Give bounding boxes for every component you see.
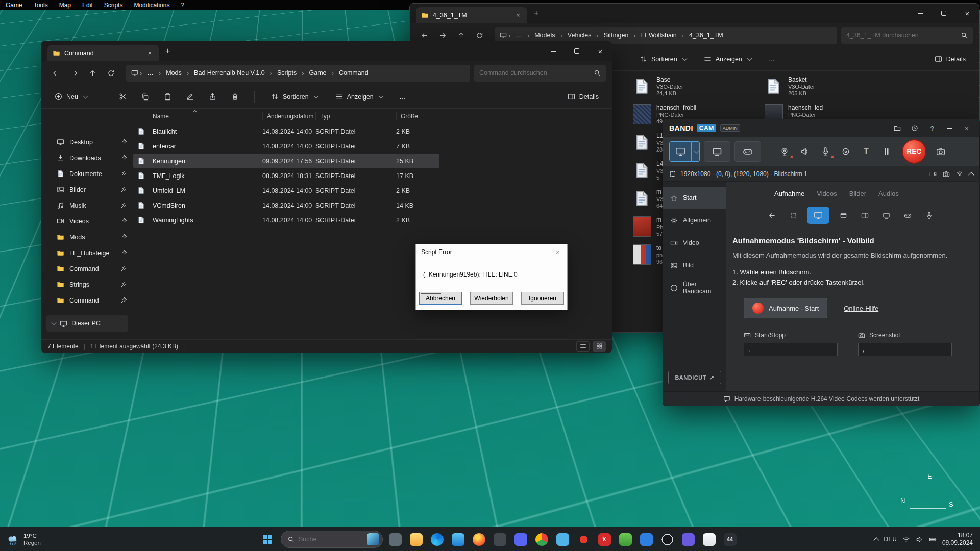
taskbar-app-file-explorer[interactable] <box>407 531 425 548</box>
paste-button[interactable] <box>158 88 178 106</box>
video-icon[interactable] <box>929 170 937 178</box>
new-button[interactable]: Neu <box>47 88 94 106</box>
tab-aufnahme[interactable]: Aufnahme <box>774 190 804 197</box>
abbrechen-button[interactable]: Abbrechen <box>419 292 462 305</box>
minimize-button[interactable] <box>542 41 565 61</box>
camera-icon[interactable] <box>943 170 950 178</box>
column-header-type[interactable]: Typ <box>315 112 396 120</box>
screenshot-button[interactable] <box>934 144 948 159</box>
nav-bild[interactable]: Bild <box>663 254 726 277</box>
rec-button[interactable]: REC <box>902 139 926 164</box>
mode-window-icon[interactable] <box>836 209 851 222</box>
sidebar-item-dokumente[interactable]: Dokumente <box>41 166 133 182</box>
rename-button[interactable] <box>181 88 200 106</box>
mouse-effect-button[interactable] <box>839 144 853 159</box>
sidebar-item-musik[interactable]: Musik <box>41 197 133 213</box>
mode-back-icon[interactable] <box>764 209 779 222</box>
search-input[interactable] <box>846 32 957 39</box>
view-button[interactable]: Anzeigen <box>328 88 390 106</box>
close-button[interactable]: × <box>955 4 979 23</box>
clock[interactable]: 18:07 09.09.2024 <box>942 532 973 547</box>
sidebar-item-command[interactable]: Command <box>41 261 133 277</box>
taskbar-app-discord[interactable] <box>512 531 529 548</box>
open-folder-button[interactable] <box>891 122 904 134</box>
maximize-button[interactable] <box>932 4 955 23</box>
dialog-close-icon[interactable]: × <box>554 248 562 256</box>
close-button[interactable]: × <box>589 41 612 61</box>
screen-mode-dropdown[interactable] <box>692 141 700 162</box>
menu-edit[interactable]: Edit <box>77 0 99 10</box>
breadcrumb-item[interactable]: Scripts <box>274 69 300 77</box>
wifi-icon[interactable] <box>902 536 910 543</box>
maximize-button[interactable] <box>565 41 589 61</box>
hotkey-screenshot-input[interactable] <box>858 343 952 356</box>
battery-icon[interactable] <box>929 536 937 543</box>
timer-button[interactable] <box>908 122 921 134</box>
taskbar-app-store[interactable] <box>449 531 467 548</box>
sidebar-item-desktop[interactable]: Desktop <box>41 134 133 150</box>
column-header-date[interactable]: Änderungsdatum <box>262 112 315 120</box>
details-pane-button[interactable]: Details <box>560 88 606 106</box>
ignorieren-button[interactable]: Ignorieren <box>521 292 564 305</box>
explorer-titlebar[interactable]: 4_36_1_TM × + × <box>410 4 979 23</box>
this-pc-icon[interactable] <box>131 69 138 77</box>
sidebar-item-downloads[interactable]: Downloads <box>41 150 133 166</box>
up-button[interactable] <box>83 65 102 81</box>
nav-video[interactable]: Video <box>663 232 726 254</box>
tray-overflow-chevron[interactable] <box>873 537 879 543</box>
details-view-button[interactable] <box>576 341 590 352</box>
copy-button[interactable] <box>136 88 155 106</box>
breadcrumb-item[interactable]: Models <box>531 32 558 39</box>
file-row[interactable]: TMF_Logik08.09.2024 18:31SCRIPT-Datei17 … <box>133 168 439 183</box>
text-overlay-button[interactable]: T <box>859 144 873 159</box>
file-row[interactable]: entercar14.08.2024 14:00SCRIPT-Datei7 KB <box>133 139 439 154</box>
breadcrumb-item[interactable]: Bad Herrenalb Neu V.1.0 <box>190 69 268 77</box>
taskbar-app-bandicam[interactable] <box>575 531 592 548</box>
sidebar-item-videos[interactable]: Videos <box>41 213 133 229</box>
taskbar-app-violet[interactable] <box>679 531 697 548</box>
search-box[interactable] <box>474 65 606 82</box>
details-pane-button[interactable]: Details <box>927 50 973 68</box>
taskbar-app-chrome[interactable] <box>533 531 550 548</box>
explorer-tab[interactable]: 4_36_1_TM × <box>416 7 527 23</box>
this-pc-icon[interactable] <box>500 32 507 39</box>
mode-device-icon[interactable] <box>878 209 894 222</box>
mode-audio-icon[interactable] <box>921 209 937 222</box>
delete-button[interactable] <box>226 88 245 106</box>
minimize-button[interactable] <box>909 4 932 23</box>
menu-map[interactable]: Map <box>54 0 77 10</box>
broadcast-icon[interactable] <box>956 170 963 178</box>
forward-button[interactable] <box>65 65 83 81</box>
sidebar-item-bilder[interactable]: Bilder <box>41 182 133 197</box>
search-highlight-image[interactable] <box>367 533 379 545</box>
file-tile[interactable]: BaseV3O-Datei24,4 KB <box>633 75 765 103</box>
screen-recording-mode-button[interactable] <box>669 141 692 162</box>
sidebar-item-mods[interactable]: Mods <box>41 229 133 245</box>
breadcrumb-item[interactable]: FFWolfshain <box>638 32 680 39</box>
breadcrumb-item[interactable]: Sittingen <box>600 32 632 39</box>
menu-scripts[interactable]: Scripts <box>99 0 129 10</box>
hotkey-start-input[interactable] <box>744 343 838 356</box>
taskbar-app-blue[interactable] <box>638 531 655 548</box>
tab-close-icon[interactable]: × <box>514 11 522 19</box>
weather-widget[interactable]: 19°CRegen <box>6 527 41 551</box>
webcam-overlay-button[interactable]: × <box>777 144 792 159</box>
nav-ueber-bandicam[interactable]: Über Bandicam <box>663 277 726 299</box>
taskbar-app-obs[interactable] <box>658 531 676 548</box>
menu-game[interactable]: Game <box>0 0 28 10</box>
taskbar-app-44[interactable]: 44 <box>721 531 739 548</box>
breadcrumb-overflow[interactable]: … <box>512 32 526 39</box>
microphone-button[interactable]: × <box>818 144 832 159</box>
close-button[interactable]: × <box>960 122 973 134</box>
sort-button[interactable]: Sortieren <box>632 50 694 68</box>
sidebar-item-le-hubsteige[interactable]: LE_Hubsteige <box>41 245 133 261</box>
game-recording-mode-button[interactable] <box>734 141 761 162</box>
taskbar-search[interactable] <box>281 531 383 548</box>
dialog-titlebar[interactable]: Script Error × <box>416 244 567 260</box>
volume-icon[interactable] <box>916 536 923 543</box>
taskbar-app-lightblue[interactable] <box>554 531 571 548</box>
tab-videos[interactable]: Videos <box>817 190 837 197</box>
wiederholen-button[interactable]: Wiederholen <box>470 292 513 305</box>
file-row[interactable]: VCmdSiren14.08.2024 14:00SCRIPT-Datei14 … <box>133 198 439 213</box>
breadcrumb-item[interactable]: Vehicles <box>564 32 595 39</box>
